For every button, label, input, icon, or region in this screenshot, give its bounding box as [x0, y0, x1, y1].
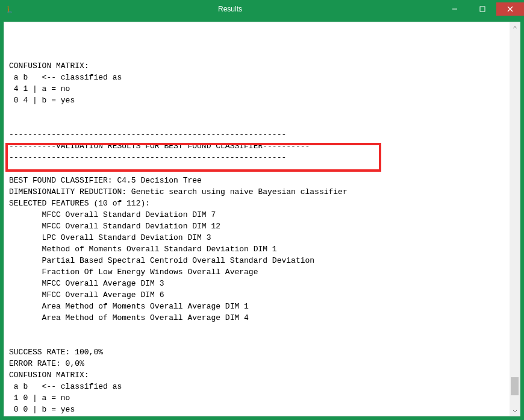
- output-text: CONFUSION MATRIX: a b <-- classified as …: [9, 37, 505, 415]
- java-icon: [5, 4, 14, 14]
- minimize-button[interactable]: [441, 2, 469, 16]
- feature-line: Area Method of Moments Overall Average D…: [9, 302, 249, 311]
- feature-line: Method of Moments Overall Standard Devia…: [9, 245, 277, 254]
- cm-row: 1 0 | a = no: [9, 393, 70, 403]
- close-button[interactable]: [496, 2, 524, 16]
- success-rate-line: SUCCESS RATE: 100,0%: [9, 348, 103, 357]
- divider-line: ----------------------------------------…: [9, 130, 286, 139]
- vertical-scrollbar[interactable]: [510, 22, 520, 416]
- titlebar[interactable]: Results: [0, 0, 524, 18]
- dim-reduction-line: DIMENSIONALITY REDUCTION: Genetic search…: [9, 187, 348, 196]
- feature-line: Fraction Of Low Energy Windows Overall A…: [9, 268, 258, 277]
- results-text[interactable]: CONFUSION MATRIX: a b <-- classified as …: [4, 22, 510, 416]
- best-classifier-line: BEST FOUND CLASSIFIER: C4.5 Decision Tre…: [9, 176, 202, 185]
- feature-line: Partial Based Spectral Centroid Overall …: [9, 256, 314, 265]
- cm-row: 4 1 | a = no: [9, 84, 70, 93]
- window-controls: [441, 2, 524, 16]
- feature-line: MFCC Overall Standard Deviation DIM 12: [9, 222, 220, 231]
- feature-line: Area Method of Moments Overall Average D…: [9, 313, 249, 322]
- confusion-matrix-header: CONFUSION MATRIX:: [9, 61, 89, 71]
- validation-header: ----------VALIDATION RESULTS FOR BEST FO…: [9, 142, 310, 151]
- scrollbar-track[interactable]: [510, 33, 520, 406]
- maximize-button[interactable]: [469, 2, 496, 16]
- scroll-up-button[interactable]: [510, 22, 520, 33]
- error-rate-line: ERROR RATE: 0,0%: [9, 359, 84, 368]
- feature-line: MFCC Overall Average DIM 6: [9, 290, 164, 299]
- results-window: Results CONFUSION MATRIX: a b <-- classi…: [0, 0, 524, 420]
- scroll-down-button[interactable]: [510, 406, 520, 416]
- feature-line: MFCC Overall Standard Deviation DIM 7: [9, 210, 216, 219]
- scrollbar-thumb[interactable]: [511, 377, 519, 395]
- content-area: CONFUSION MATRIX: a b <-- classified as …: [0, 18, 524, 420]
- divider-line: ----------------------------------------…: [9, 153, 286, 162]
- cm-row: a b <-- classified as: [9, 382, 122, 391]
- results-panel: CONFUSION MATRIX: a b <-- classified as …: [4, 22, 520, 416]
- feature-line: LPC Overall Standard Deviation DIM 3: [9, 233, 211, 242]
- selected-features-header: SELECTED FEATURES (10 of 112):: [9, 199, 150, 208]
- svg-rect-1: [480, 7, 485, 11]
- feature-line: MFCC Overall Average DIM 3: [9, 279, 164, 288]
- confusion-matrix-header: CONFUSION MATRIX:: [9, 371, 89, 380]
- cm-row: 0 0 | b = yes: [9, 405, 75, 414]
- cm-row: 0 4 | b = yes: [9, 96, 75, 105]
- cm-row: a b <-- classified as: [9, 73, 122, 82]
- window-title: Results: [19, 5, 441, 13]
